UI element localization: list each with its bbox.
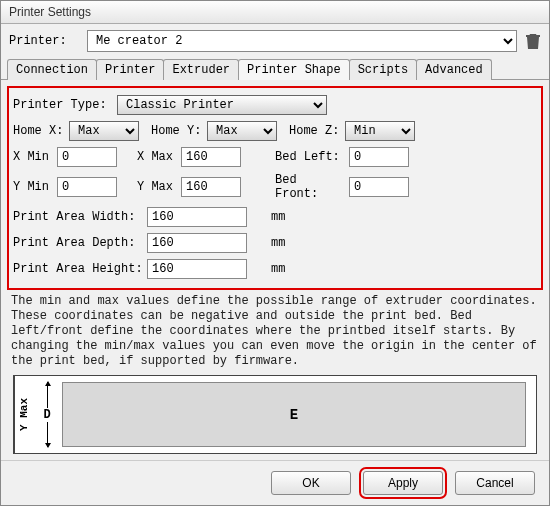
apply-button[interactable]: Apply (363, 471, 443, 495)
tab-connection[interactable]: Connection (7, 59, 97, 80)
highlighted-settings-area: Printer Type: Classic Printer Home X: Ma… (7, 86, 543, 290)
diagram-ymax-label: Y Max (14, 376, 32, 453)
diagram-e-label: E (290, 407, 298, 423)
printer-select[interactable]: Me creator 2 (87, 30, 517, 52)
unit-mm-2: mm (271, 236, 285, 250)
ok-button[interactable]: OK (271, 471, 351, 495)
tab-bar: Connection Printer Extruder Printer Shap… (1, 58, 549, 80)
trash-icon[interactable] (525, 32, 541, 50)
area-width-label: Print Area Width: (13, 210, 143, 224)
diagram-bed-area: E (62, 382, 526, 447)
tab-printer[interactable]: Printer (96, 59, 164, 80)
dialog-buttons: OK Apply Cancel (1, 460, 549, 505)
printer-type-select[interactable]: Classic Printer (117, 95, 327, 115)
tab-printer-shape[interactable]: Printer Shape (238, 59, 350, 80)
printer-settings-window: Printer Settings Printer: Me creator 2 C… (0, 0, 550, 506)
unit-mm-3: mm (271, 262, 285, 276)
y-max-input[interactable] (181, 177, 241, 197)
printer-type-label: Printer Type: (13, 98, 113, 112)
bed-left-input[interactable] (349, 147, 409, 167)
x-max-label: X Max (137, 150, 177, 164)
home-y-label: Home Y: (151, 124, 203, 138)
window-title: Printer Settings (9, 5, 91, 19)
bed-diagram: Y Max D E (13, 375, 537, 454)
x-min-label: X Min (13, 150, 53, 164)
tab-advanced[interactable]: Advanced (416, 59, 492, 80)
x-max-input[interactable] (181, 147, 241, 167)
tab-extruder[interactable]: Extruder (163, 59, 239, 80)
area-depth-input[interactable] (147, 233, 247, 253)
printer-label: Printer: (9, 34, 79, 48)
titlebar: Printer Settings (1, 1, 549, 24)
x-min-input[interactable] (57, 147, 117, 167)
area-depth-label: Print Area Depth: (13, 236, 143, 250)
bed-front-label: Bed Front: (275, 173, 345, 201)
y-min-input[interactable] (57, 177, 117, 197)
area-height-label: Print Area Height: (13, 262, 143, 276)
home-z-select[interactable]: Min (345, 121, 415, 141)
y-max-label: Y Max (137, 180, 177, 194)
unit-mm-1: mm (271, 210, 285, 224)
home-y-select[interactable]: Max (207, 121, 277, 141)
printer-selector-row: Printer: Me creator 2 (1, 24, 549, 58)
diagram-d-column: D (32, 376, 62, 453)
home-x-select[interactable]: Max (69, 121, 139, 141)
cancel-button[interactable]: Cancel (455, 471, 535, 495)
bed-left-label: Bed Left: (275, 150, 345, 164)
area-width-input[interactable] (147, 207, 247, 227)
home-x-label: Home X: (13, 124, 65, 138)
y-min-label: Y Min (13, 180, 53, 194)
area-height-input[interactable] (147, 259, 247, 279)
help-text: The min and max values define the possib… (7, 290, 543, 375)
diagram-d-label: D (41, 408, 52, 422)
home-z-label: Home Z: (289, 124, 341, 138)
tab-scripts[interactable]: Scripts (349, 59, 417, 80)
bed-front-input[interactable] (349, 177, 409, 197)
tab-content: Printer Type: Classic Printer Home X: Ma… (1, 80, 549, 460)
